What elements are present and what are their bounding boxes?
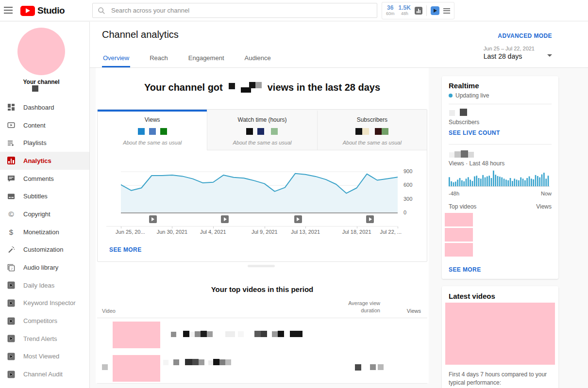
date-preset-text: Last 28 days	[484, 52, 535, 60]
sidebar-item-copyright[interactable]: ©Copyright	[0, 205, 89, 223]
performance-note: First 4 days 7 hours compared to your ty…	[449, 371, 551, 387]
tab-reach[interactable]: Reach	[149, 54, 169, 67]
search-icon	[98, 7, 105, 15]
sidebar-item-content[interactable]: Content	[0, 116, 89, 134]
latest-videos-card: Latest videos First 4 days 7 hours compa…	[442, 286, 558, 388]
sidebar-item-label: Analytics	[23, 157, 51, 164]
duration-redacted	[355, 364, 361, 371]
sidebar: Your channel DashboardContentPlaylistsAn…	[0, 22, 90, 388]
advanced-mode-link[interactable]: ADVANCED MODE	[498, 32, 552, 39]
search-input[interactable]	[111, 7, 372, 14]
video-thumbnail[interactable]	[445, 213, 473, 226]
video-upload-marker[interactable]	[221, 215, 229, 223]
column-views: Views	[407, 308, 421, 314]
sidebar-item-subtitles[interactable]: Subtitles	[0, 187, 89, 205]
extension-stats-widget[interactable]: 36 60m 1.5K 48h	[382, 2, 454, 19]
video-upload-marker[interactable]	[366, 215, 374, 223]
sidebar-item-comments[interactable]: Comments	[0, 170, 89, 188]
metric-tab-watch-time-hours-[interactable]: Watch time (hours)About the same as usua…	[207, 110, 317, 150]
tab-engagement[interactable]: Engagement	[187, 54, 225, 67]
subtitles-icon	[7, 193, 15, 200]
sidebar-item-label: Comments	[23, 175, 54, 182]
sidebar-item-keyword-inspector[interactable]: Keyword Inspector	[0, 294, 89, 312]
video-thumbnail[interactable]	[113, 355, 160, 382]
sidebar-item-daily-ideas[interactable]: Daily Ideas	[0, 276, 89, 294]
updating-live: Updating live	[449, 92, 489, 99]
sidebar-item-audio-library[interactable]: ♪Audio library	[0, 259, 89, 276]
video-thumbnail[interactable]	[445, 228, 473, 242]
axis-right-label: Now	[541, 191, 552, 196]
video-thumbnail[interactable]	[113, 322, 160, 348]
top-videos-title: Your top videos in this period	[97, 285, 427, 293]
x-axis-tick: Jul 9, 2021	[252, 229, 278, 235]
sidebar-item-label: Subtitles	[23, 193, 48, 200]
channel-name-redacted	[32, 85, 38, 92]
channel-label: Your channel	[0, 79, 83, 85]
sidebar-item-label: Audio library	[23, 264, 58, 271]
video-title-redacted	[163, 359, 231, 365]
page-title: Channel analytics	[102, 29, 179, 40]
sidebar-item-playlists[interactable]: Playlists	[0, 134, 89, 152]
latest-video-thumbnail[interactable]	[445, 303, 555, 365]
date-range-picker[interactable]: Jun 25 – Jul 22, 2021 Last 28 days	[484, 46, 552, 60]
analytics-header: Channel analytics ADVANCED MODE Overview…	[90, 21, 588, 68]
video-upload-marker[interactable]	[149, 215, 157, 223]
metric-value-redacted	[98, 128, 207, 135]
see-more-link[interactable]: SEE MORE	[449, 266, 481, 273]
menu-icon[interactable]	[4, 7, 13, 14]
sidebar-item-label: Most Viewed	[23, 353, 59, 360]
chevron-down-icon	[547, 54, 552, 57]
see-more-link[interactable]: SEE MORE	[109, 246, 142, 253]
copyright-icon: ©	[7, 210, 15, 218]
most-viewed-icon	[7, 353, 15, 360]
competitors-icon	[7, 317, 15, 325]
x-axis-tick: Jun 30, 2021	[157, 229, 188, 235]
video-upload-marker[interactable]	[294, 215, 302, 223]
metric-note: About the same as usual	[318, 140, 427, 146]
table-header: Video Average view duration Views	[97, 305, 427, 318]
video-thumbnail[interactable]	[445, 243, 473, 257]
content-icon	[7, 121, 15, 129]
sidebar-item-monetization[interactable]: $Monetization	[0, 223, 89, 241]
top-videos-label: Top videos	[449, 203, 476, 210]
axis-left-label: -48h	[449, 191, 459, 196]
sidebar-item-competitors[interactable]: Competitors	[0, 312, 89, 330]
subscribers-label: Subscribers	[449, 119, 479, 126]
metric-tab-subscribers[interactable]: SubscribersAbout the same as usual	[317, 110, 427, 150]
analytics-tabs: OverviewReachEngagementAudience	[102, 54, 290, 67]
channel-avatar[interactable]	[17, 28, 65, 75]
monetization-icon: $	[7, 228, 15, 236]
divider	[449, 144, 552, 145]
realtime-bar-chart	[449, 170, 550, 189]
main-content: Channel analytics ADVANCED MODE Overview…	[90, 21, 588, 388]
metric-tab-views[interactable]: ViewsAbout the same as usual	[98, 110, 207, 150]
metric-label: Watch time (hours)	[207, 116, 317, 123]
metric-label: Subscribers	[318, 116, 427, 123]
comments-icon	[7, 175, 15, 182]
studio-brand-text: Studio	[37, 5, 65, 16]
views-trend-plot	[121, 171, 398, 213]
sidebar-item-most-viewed[interactable]: Most Viewed	[0, 348, 89, 366]
youtube-studio-logo[interactable]: Studio	[20, 5, 65, 16]
sidebar-item-trend-alerts[interactable]: Trend Alerts	[0, 330, 89, 348]
analytics-icon	[7, 157, 15, 164]
tab-audience[interactable]: Audience	[244, 54, 272, 67]
sidebar-item-customization[interactable]: Customization	[0, 241, 89, 259]
sidebar-item-analytics[interactable]: Analytics	[0, 152, 89, 170]
trend-alerts-icon	[7, 335, 15, 342]
metric-value-redacted	[318, 128, 427, 135]
tab-overview[interactable]: Overview	[102, 54, 130, 67]
sidebar-item-dashboard[interactable]: Dashboard	[0, 98, 89, 116]
extension-menu-icon[interactable]	[443, 8, 450, 14]
metric-value-redacted	[207, 128, 317, 135]
top-videos-section: Your top videos in this period Video Ave…	[97, 285, 427, 293]
sidebar-item-channel-audit[interactable]: Channel Audit	[0, 365, 89, 383]
table-row[interactable]	[97, 318, 427, 351]
sidebar-item-label: Trend Alerts	[23, 335, 57, 342]
extension-play-icon[interactable]	[431, 6, 439, 15]
table-row[interactable]	[97, 351, 427, 383]
y-axis-tick: 0	[403, 210, 418, 215]
sidebar-item-label: Customization	[23, 246, 63, 253]
search-bar[interactable]	[92, 3, 377, 18]
see-live-count-link[interactable]: SEE LIVE COUNT	[449, 129, 500, 136]
